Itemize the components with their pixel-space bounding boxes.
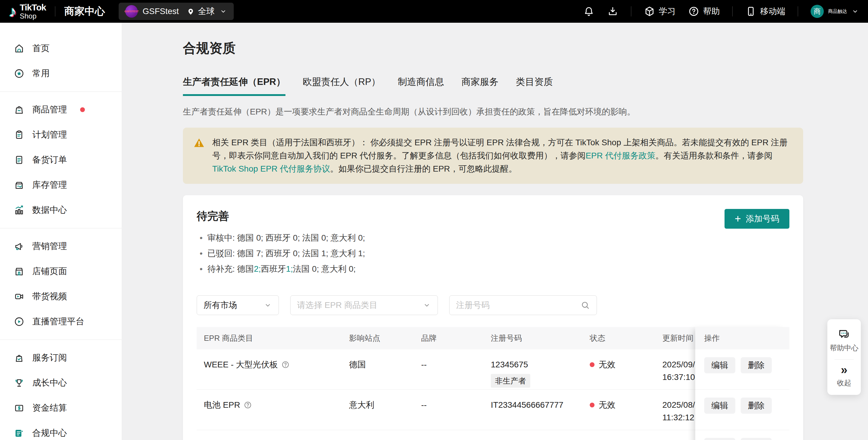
sidebar-item-data-center[interactable]: 数据中心 [0,197,122,223]
help-tooltip-icon[interactable] [244,401,252,409]
sidebar-item-label: 合规中心 [32,427,67,439]
tab-bar: 生产者责任延伸（EPR） 欧盟责任人（RP） 制造商信息 商家服务 类目资质 [183,75,803,96]
collapse-chevrons-icon[interactable]: » [841,365,847,375]
sidebar-item-label: 直播管理平台 [32,316,84,327]
add-number-label: 添加号码 [746,213,779,224]
add-number-button[interactable]: + 添加号码 [724,209,789,229]
collapse-label[interactable]: 收起 [837,378,851,388]
shopping-bag-icon [14,104,25,115]
actions-sticky-column: 操作 编辑 删除 编辑 删除 编辑 删除 [695,327,789,440]
row-actions: 编辑 删除 [695,349,789,390]
help-menu-item[interactable]: 帮助 [688,6,720,17]
sidebar-item-home[interactable]: 首页 [0,36,122,61]
banner-text: 。如果你已提交自行注册的 EPR，可忽略此提醒。 [330,164,517,174]
sidebar-item-plans[interactable]: 计划管理 [0,122,122,147]
filter-bar: 所有市场 请选择 EPR 商品类目 注册号码 [197,295,789,315]
search-icon[interactable] [581,301,590,310]
epr-agreement-link[interactable]: TikTok Shop EPR 代付服务协议 [212,164,330,174]
chevron-down-icon [851,7,859,15]
category-filter-placeholder: 请选择 EPR 商品类目 [297,300,377,311]
topbar-divider [55,6,55,17]
learn-label: 学习 [659,6,676,17]
tab-category-qualification[interactable]: 类目资质 [516,75,553,96]
account-menu[interactable]: 商 商品触达 [811,5,859,18]
learn-menu-item[interactable]: 学习 [644,6,676,17]
banner-text: 。有关适用条款和条件，请参阅 [655,151,773,160]
updated-time: 16:37:10 [662,372,695,382]
category-filter-dropdown[interactable]: 请选择 EPR 商品类目 [290,295,438,315]
sidebar-item-label: 店铺页面 [32,265,67,277]
delete-button[interactable]: 删除 [741,398,772,414]
download-icon[interactable] [607,6,618,17]
sidebar-item-stock-orders[interactable]: 备货订单 [0,147,122,172]
brand: -- [421,358,491,371]
status-label: 无效 [599,358,615,371]
epr-warning-banner: 相关 EPR 类目（适用于法国和西班牙）： 你必须提交 EPR 注册号以证明 E… [183,128,803,184]
delete-button[interactable]: 删除 [741,357,772,373]
sidebar-item-growth-center[interactable]: 成长中心 [0,370,122,396]
edit-button[interactable]: 编辑 [704,357,735,373]
brand: -- [421,399,491,411]
row-actions: 编辑 删除 [695,430,789,440]
sidebar-item-inventory[interactable]: 库存管理 [0,172,122,197]
delete-button[interactable]: 删除 [741,438,772,440]
row-actions: 编辑 删除 [695,390,789,430]
sidebar-item-label: 商品管理 [32,104,67,116]
sidebar-item-products[interactable]: 商品管理 [0,97,122,122]
registration-number-search[interactable]: 注册号码 [449,295,597,315]
stat-rejected: 已驳回: 德国 7; 西班牙 0; 法国 1; 意大利 1; [197,246,365,261]
help-center-label[interactable]: 帮助中心 [830,343,859,353]
stat-under-review: 审核中: 德国 0; 西班牙 0; 法国 0; 意大利 0; [197,230,365,246]
floating-help-panel: 帮助中心 » 收起 [827,319,861,395]
notification-bell-icon[interactable] [583,6,594,17]
sidebar-item-label: 营销管理 [32,240,67,252]
sidebar-item-favorites[interactable]: 常用 [0,61,122,86]
sidebar-item-shoppable-videos[interactable]: 带货视频 [0,284,122,309]
help-center-chat-icon[interactable] [838,327,851,340]
notification-dot [80,107,85,112]
sidebar-item-shop-pages[interactable]: 店铺页面 [0,259,122,284]
sidebar-item-label: 成长中心 [32,377,67,389]
play-circle-icon [14,316,25,327]
main-content: 合规资质 生产者责任延伸（EPR） 欧盟责任人（RP） 制造商信息 商家服务 类… [122,23,868,440]
tiktok-shop-logo[interactable]: ♪ TikTok Shop [9,3,46,20]
registration-number: 12345675 [491,360,528,369]
spain-count-link[interactable]: 1; [286,261,293,277]
help-tooltip-icon[interactable] [281,360,290,369]
germany-count-link[interactable]: 2; [254,261,261,277]
tab-epr[interactable]: 生产者责任延伸（EPR） [183,75,285,96]
stat-to-supplement: 待补充: 德国 2; 西班牙 1; 法国 0; 意大利 0; [197,261,365,277]
sidebar-item-live-platform[interactable]: 直播管理平台 [0,309,122,334]
mobile-menu-item[interactable]: 移动端 [745,6,785,17]
shop-switcher[interactable]: GSFSTEST GSFStest 全球 [119,3,234,20]
sidebar-item-label: 服务订阅 [32,352,67,364]
tab-merchant-services[interactable]: 商家服务 [462,75,499,96]
sidebar-item-finance[interactable]: 资金结算 [0,396,122,420]
money-card-icon [14,403,25,413]
updated-time: 2025/08/ [662,400,695,410]
sidebar-item-service-subscription[interactable]: 服务订阅 [0,345,122,370]
brand-line1: TikTok [20,3,46,12]
edit-button[interactable]: 编辑 [704,398,735,414]
sidebar-item-marketing[interactable]: 营销管理 [0,234,122,259]
mobile-label: 移动端 [760,6,785,17]
help-question-icon [688,6,700,17]
tab-manufacturer-info[interactable]: 制造商信息 [398,75,444,96]
shop-name: GSFStest [143,7,179,16]
column-header: 状态 [590,333,662,343]
storefront-icon [14,266,25,277]
epr-category: WEEE - 大型光伏板 [204,358,278,371]
epr-table: EPR 商品类目 影响站点 品牌 注册号码 状态 更新时间 WEEE - 大型光… [197,327,789,440]
epr-policy-link[interactable]: EPR 代付服务政策 [586,151,655,160]
column-header: 注册号码 [491,333,590,343]
mobile-phone-icon [745,6,756,17]
tab-eu-rp[interactable]: 欧盟责任人（RP） [303,75,380,96]
status-dot [590,403,594,407]
sidebar-item-compliance-center[interactable]: 合规中心 [0,420,122,440]
home-icon [14,43,25,54]
updated-time: 2025/09/ [662,360,695,369]
market-filter-dropdown[interactable]: 所有市场 [197,295,279,315]
edit-button[interactable]: 编辑 [704,438,735,440]
topbar-divider [732,6,733,17]
non-producer-badge: 非生产者 [491,374,530,388]
